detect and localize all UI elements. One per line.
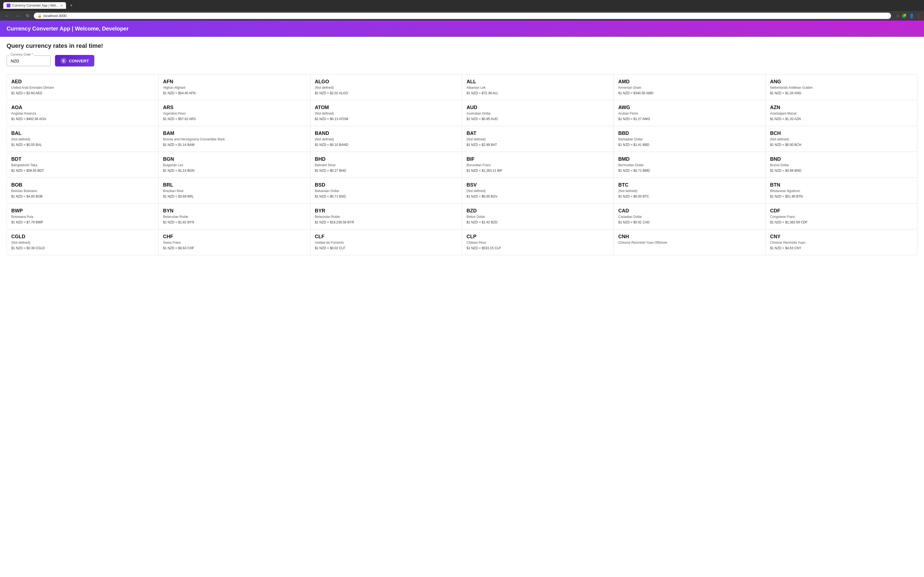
currency-card: BYR Belarusian Ruble $1 NZD = $18,236.58… bbox=[310, 204, 462, 229]
currency-card: CAD Canadian Dollar $1 NZD = $0.91 CAD bbox=[614, 204, 766, 229]
currency-rate: $1 NZD = $1,382.69 CDF bbox=[770, 220, 913, 224]
currency-card: BMD Bermudian Dollar $1 NZD = $0.71 BMD bbox=[614, 152, 766, 178]
currency-code: BBD bbox=[618, 131, 761, 136]
tab-close-button[interactable]: ✕ bbox=[60, 4, 63, 7]
currency-rate: $1 NZD = $533.15 CLP bbox=[467, 246, 609, 250]
currency-rate: $1 NZD = $1.42 BZD bbox=[467, 220, 609, 224]
address-bar[interactable]: 🔒 localhost:3000 bbox=[34, 13, 891, 19]
currency-name: United Arab Emirates Dirham bbox=[11, 86, 154, 90]
currency-code: AWG bbox=[618, 105, 761, 110]
currency-code: AFN bbox=[163, 79, 306, 85]
currency-card: CLP Chilean Peso $1 NZD = $533.15 CLP bbox=[462, 229, 614, 255]
app-header-title: Currency Converter App | Welcome, Develo… bbox=[6, 26, 129, 32]
currency-name: (Not defined) bbox=[770, 137, 913, 141]
currency-code: CGLD bbox=[11, 234, 154, 240]
back-button[interactable]: ← bbox=[3, 13, 11, 19]
currency-card: BWP Botswana Pula $1 NZD = $7.79 BWP bbox=[7, 204, 159, 229]
currency-name: Albanian Lek bbox=[467, 86, 609, 90]
currency-name: Angolan Kwanza bbox=[11, 111, 154, 115]
currency-card: AWG Aruban Florin $1 NZD = $1.27 AWG bbox=[614, 100, 766, 126]
currency-name: Belarusian Ruble bbox=[315, 215, 457, 219]
account-icon[interactable]: 👤 bbox=[909, 13, 914, 18]
currency-card: BBD Barbadian Dollar $1 NZD = $1.41 BBD bbox=[614, 126, 766, 152]
tab-favicon bbox=[6, 3, 10, 7]
currency-rate: $1 NZD = $0.02 CLF bbox=[315, 246, 457, 250]
currency-card: CHF Swiss Franc $1 NZD = $0.63 CHF bbox=[159, 229, 310, 255]
currency-name: Australian Dollar bbox=[467, 111, 609, 115]
currency-card: BTN Bhutanese Ngultrum $1 NZD = $51.90 B… bbox=[766, 178, 918, 204]
browser-chrome: Currency Converter App | Wel... ✕ + bbox=[0, 0, 924, 11]
currency-code: BMD bbox=[618, 156, 761, 162]
currency-name: Chilean Peso bbox=[467, 241, 609, 245]
currency-card: CGLD (Not defined) $1 NZD = $0.38 CGLD bbox=[7, 229, 159, 255]
currency-code: BGN bbox=[163, 156, 306, 162]
currency-rate: $1 NZD = $0.71 BMD bbox=[618, 169, 761, 172]
currency-code: BIF bbox=[467, 156, 609, 162]
currency-card: BAND (Not defined) $1 NZD = $0.10 BAND bbox=[310, 126, 462, 152]
currency-input-wrapper: Currency Code * bbox=[6, 55, 51, 66]
currency-card: BTC (Not defined) $1 NZD = $0.00 BTC bbox=[614, 178, 766, 204]
currency-card: ARS Argentine Peso $1 NZD = $57.62 ARS bbox=[159, 100, 310, 126]
menu-icon[interactable]: ⋮ bbox=[917, 13, 921, 18]
currency-name: Belize Dollar bbox=[467, 215, 609, 219]
currency-code: BCH bbox=[770, 131, 913, 136]
currency-name: Swiss Franc bbox=[163, 241, 306, 245]
convert-button[interactable]: $ CONVERT bbox=[55, 55, 94, 66]
currency-name: Bangladeshi Taka bbox=[11, 163, 154, 167]
currency-code: ATOM bbox=[315, 105, 457, 110]
app-header: Currency Converter App | Welcome, Develo… bbox=[0, 21, 924, 37]
currency-card: BCH (Not defined) $1 NZD = $0.00 BCH bbox=[766, 126, 918, 152]
currency-code: AUD bbox=[467, 105, 609, 110]
tab-title: Currency Converter App | Wel... bbox=[12, 3, 58, 7]
currency-name: Canadian Dollar bbox=[618, 215, 761, 219]
currency-code: AOA bbox=[11, 105, 154, 110]
currency-card: BOB Bolivian Boliviano $1 NZD = $4.85 BO… bbox=[7, 178, 159, 204]
currency-name: Aruban Florin bbox=[618, 111, 761, 115]
currency-card: ALL Albanian Lek $1 NZD = $72.38 ALL bbox=[462, 74, 614, 100]
currency-name: (Not defined) bbox=[11, 137, 154, 141]
currency-card: BHD Bahraini Dinar $1 NZD = $0.27 BHD bbox=[310, 152, 462, 178]
currency-name: (Not defined) bbox=[618, 189, 761, 193]
currency-code: BTN bbox=[770, 182, 913, 188]
dollar-icon: $ bbox=[60, 58, 66, 64]
currency-name: Belarusian Ruble bbox=[163, 215, 306, 219]
currency-name: (Not defined) bbox=[315, 111, 457, 115]
currency-code: ARS bbox=[163, 105, 306, 110]
currency-name: Bermudian Dollar bbox=[618, 163, 761, 167]
currency-rate: $1 NZD = $2.89 BAT bbox=[467, 143, 609, 147]
currency-code: ANG bbox=[770, 79, 913, 85]
currency-code: AZN bbox=[770, 105, 913, 110]
refresh-button[interactable]: ↻ bbox=[24, 13, 31, 19]
currency-name: (Not defined) bbox=[467, 189, 609, 193]
currency-rate: $1 NZD = $1.14 BGN bbox=[163, 169, 306, 172]
browser-tab[interactable]: Currency Converter App | Wel... ✕ bbox=[3, 2, 66, 9]
currency-name: (Not defined) bbox=[467, 137, 609, 141]
currency-rate: $1 NZD = $0.38 CGLD bbox=[11, 246, 154, 250]
currency-rate: $1 NZD = $2.60 AED bbox=[11, 91, 154, 95]
currency-name: Brazilian Real bbox=[163, 189, 306, 193]
forward-button[interactable]: → bbox=[14, 13, 21, 19]
currency-name: Unidad de Fomento bbox=[315, 241, 457, 245]
star-icon[interactable]: ☆ bbox=[896, 13, 900, 18]
currency-code: AED bbox=[11, 79, 154, 85]
currency-code: BRL bbox=[163, 182, 306, 188]
currency-card: ALGO (Not defined) $1 NZD = $2.02 ALGO bbox=[310, 74, 462, 100]
extension-icon[interactable]: 🧩 bbox=[902, 13, 907, 18]
currency-card: CNY Chinese Renminbi Yuan $1 NZD = $4.63… bbox=[766, 229, 918, 255]
currency-rate: $1 NZD = $0.63 CHF bbox=[163, 246, 306, 250]
currency-rate: $1 NZD = $72.38 ALL bbox=[467, 91, 609, 95]
currency-card: AUD Australian Dollar $1 NZD = $0.95 AUD bbox=[462, 100, 614, 126]
currency-code: CAD bbox=[618, 208, 761, 214]
converter-form: Currency Code * $ CONVERT bbox=[6, 55, 918, 66]
currency-rate: $1 NZD = $4.85 BOB bbox=[11, 195, 154, 198]
currency-card: BAT (Not defined) $1 NZD = $2.89 BAT bbox=[462, 126, 614, 152]
currency-grid: AED United Arab Emirates Dirham $1 NZD =… bbox=[6, 74, 918, 255]
currency-rate: $1 NZD = $3.69 BRL bbox=[163, 195, 306, 198]
currency-rate: $1 NZD = $0.95 AUD bbox=[467, 117, 609, 121]
new-tab-button[interactable]: + bbox=[68, 3, 74, 8]
currency-code: ALGO bbox=[315, 79, 457, 85]
currency-name: Chinese Renminbi Yuan bbox=[770, 241, 913, 245]
currency-name: Armenian Dram bbox=[618, 86, 761, 90]
currency-rate: $1 NZD = $0.71 BSD bbox=[315, 195, 457, 198]
currency-code-input[interactable] bbox=[6, 55, 51, 66]
